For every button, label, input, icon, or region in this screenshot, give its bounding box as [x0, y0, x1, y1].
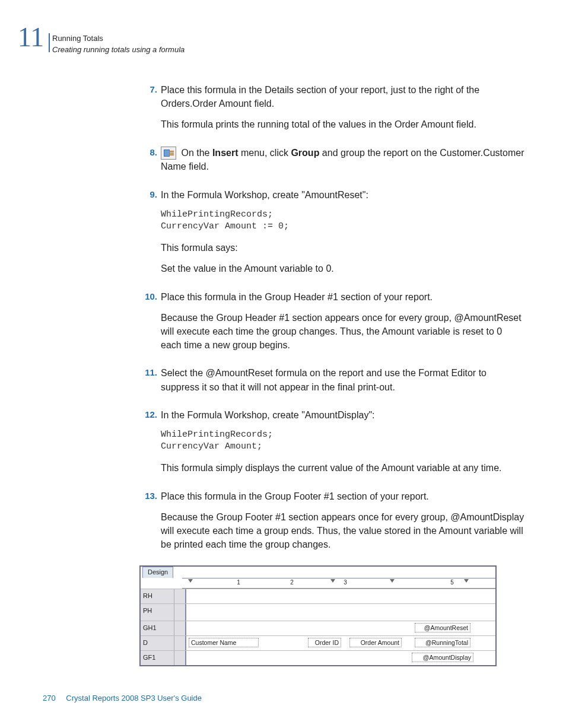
page-footer: 270 Crystal Reports 2008 SP3 User's Guid… — [43, 693, 202, 704]
chapter-subtitle: Creating running totals using a formula — [52, 44, 185, 56]
section-label: GH1 — [141, 621, 174, 635]
step-text: Because the Group Header #1 section appe… — [161, 311, 524, 352]
bold-group: Group — [291, 148, 319, 158]
design-tab[interactable]: Design — [142, 567, 173, 578]
section-gutter — [174, 589, 186, 603]
field-running-total[interactable]: @RunningTotal — [415, 638, 470, 647]
step-number: 11. — [139, 366, 161, 400]
step-number: 8. — [139, 146, 161, 181]
step-text: Place this formula in the Group Header #… — [161, 290, 524, 304]
section-label: GF1 — [141, 651, 174, 665]
design-view-screenshot: Design 1 2 3 5 6 RH — [139, 565, 497, 666]
section-label: PH — [141, 604, 174, 621]
section-row-rh: RH — [141, 589, 495, 603]
code-block: WhilePrintingRecords; CurrencyVar Amount… — [161, 209, 524, 233]
chapter-bar — [49, 33, 50, 52]
text-fragment: On the — [179, 148, 212, 158]
step-9: 9. In the Formula Workshop, create "Amou… — [139, 188, 524, 283]
field-order-amount[interactable]: Order Amount — [349, 638, 402, 647]
section-canvas — [186, 589, 495, 603]
section-gutter — [174, 651, 186, 665]
field-amount-reset[interactable]: @AmountReset — [415, 623, 470, 632]
step-number: 12. — [139, 408, 161, 482]
step-text: This formula simply displays the current… — [161, 461, 524, 475]
section-gutter — [174, 621, 186, 635]
section-label: RH — [141, 589, 174, 603]
field-customer-name[interactable]: Customer Name — [189, 638, 259, 647]
section-row-ph: PH — [141, 603, 495, 621]
code-block: WhilePrintingRecords; CurrencyVar Amount… — [161, 429, 524, 453]
section-row-d: D Customer Name Order ID Order Amount @R… — [141, 635, 495, 650]
step-11: 11. Select the @AmountReset formula on t… — [139, 366, 524, 400]
section-canvas — [186, 604, 495, 621]
step-text: Because the Group Footer #1 section appe… — [161, 510, 524, 552]
step-text: Set the value in the Amount variable to … — [161, 262, 524, 275]
section-canvas: @AmountDisplay — [186, 651, 495, 665]
insert-group-icon — [161, 147, 176, 160]
bold-insert: Insert — [212, 148, 239, 158]
ruler-label: 1 — [237, 578, 240, 587]
step-13: 13. Place this formula in the Group Foot… — [139, 489, 524, 559]
step-text: Select the @AmountReset formula on the r… — [161, 366, 524, 393]
step-text: In the Formula Workshop, create "AmountD… — [161, 408, 524, 422]
section-gutter — [174, 636, 186, 650]
step-number: 9. — [139, 188, 161, 283]
ruler-label: 2 — [290, 578, 294, 587]
field-order-id[interactable]: Order ID — [308, 638, 341, 647]
chapter-header: Running Totals Creating running totals u… — [52, 33, 185, 56]
chapter-number: 11 — [18, 24, 44, 51]
text-fragment: menu, click — [239, 148, 291, 158]
main-content: 7. Place this formula in the Details sec… — [139, 83, 524, 666]
step-text: Place this formula in the Details sectio… — [161, 83, 524, 110]
section-row-gf1: GF1 @AmountDisplay — [141, 650, 495, 665]
step-7: 7. Place this formula in the Details sec… — [139, 83, 524, 139]
step-text: In the Formula Workshop, create "AmountR… — [161, 188, 524, 202]
step-8: 8. On the Insert menu, click Group and g… — [139, 146, 524, 181]
step-10: 10. Place this formula in the Group Head… — [139, 290, 524, 360]
section-canvas: Customer Name Order ID Order Amount @Run… — [186, 636, 495, 650]
step-12: 12. In the Formula Workshop, create "Amo… — [139, 408, 524, 482]
step-text: This formula says: — [161, 241, 524, 255]
section-gutter — [174, 604, 186, 621]
guide-title: Crystal Reports 2008 SP3 User's Guide — [66, 694, 202, 702]
section-row-gh1: GH1 @AmountReset — [141, 621, 495, 635]
step-number: 10. — [139, 290, 161, 360]
step-text: On the Insert menu, click Group and grou… — [161, 146, 524, 174]
design-ruler: 1 2 3 5 6 — [182, 578, 495, 589]
section-label: D — [141, 636, 174, 650]
ruler-label: 5 — [450, 578, 454, 587]
step-text: Place this formula in the Group Footer #… — [161, 489, 524, 503]
page-number: 270 — [43, 694, 56, 702]
step-number: 13. — [139, 489, 161, 559]
chapter-title: Running Totals — [52, 33, 185, 44]
field-amount-display[interactable]: @AmountDisplay — [412, 653, 473, 662]
ruler-label: 3 — [344, 578, 347, 587]
step-number: 7. — [139, 83, 161, 139]
section-canvas: @AmountReset — [186, 621, 495, 635]
step-text: This formula prints the running total of… — [161, 117, 524, 131]
